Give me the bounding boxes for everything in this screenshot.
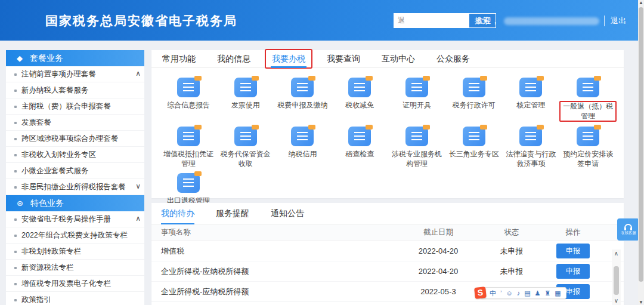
column-status: 状态	[483, 227, 540, 238]
tab-my-todo[interactable]: 我的待办	[161, 203, 194, 224]
scroll-up-icon[interactable]: ∧	[614, 249, 618, 258]
welcome-user-blurred	[504, 17, 599, 25]
todo-status: 未申报	[483, 266, 540, 277]
online-service-button[interactable]: 在线客服	[617, 218, 639, 241]
todo-status: 未申报	[483, 246, 540, 257]
skin-icon[interactable]: ♜	[544, 290, 550, 297]
todo-item-name: 企业所得税-应纳税所得额	[161, 286, 394, 297]
app-general-tax-refund[interactable]: 一般退（抵）税管理	[559, 73, 617, 122]
sidebar-item-cancellation-pre-matters[interactable]: 注销前置事项办理套餐	[6, 66, 144, 82]
app-tax-relief[interactable]: 税收减免	[331, 73, 388, 122]
keyboard-icon[interactable]: ▤	[524, 290, 530, 297]
browser-scrollbar[interactable]: ▲ ▼	[638, 0, 644, 305]
app-custody-funds-collection[interactable]: 税务代保管资金收取	[217, 122, 274, 168]
declare-button[interactable]: 申报	[556, 264, 590, 279]
column-action: 操作	[540, 227, 606, 238]
sidebar-section-package-business[interactable]: ◆ 套餐业务	[6, 50, 144, 66]
chinese-mode-icon[interactable]: 中	[490, 290, 496, 297]
app-assessment-management[interactable]: 核定管理	[503, 73, 560, 122]
scrollbar-thumb[interactable]	[639, 7, 643, 282]
app-audit-inspection[interactable]: 稽查检查	[331, 122, 388, 168]
scrollbar-down-icon[interactable]: ▼	[638, 300, 644, 305]
sidebar-item-new-resource-tax-law[interactable]: 新资源税法专栏	[6, 260, 144, 276]
punctuation-icon[interactable]: ’	[500, 290, 501, 297]
app-legal-recourse-remedy[interactable]: 法律追责与行政救济事项	[503, 122, 560, 168]
todo-tabs: 我的待办 服务提醒 通知公告	[151, 203, 624, 224]
sidebar-section-title: 套餐业务	[30, 53, 63, 64]
headset-icon	[624, 224, 632, 229]
tax-admin-license-icon	[463, 78, 485, 97]
annotation-red-box: 一般退（抵）税管理	[559, 101, 617, 122]
todo-scrollbar: ∧ ∨	[612, 249, 621, 305]
ime-toolbar[interactable]: S 中 ’ ☺ ♪ ▤ ♟ ♜ ▦	[481, 287, 566, 299]
todo-table-header: 事项名称 截止日期 状态 操作	[151, 224, 624, 241]
general-tax-refund-icon	[577, 78, 599, 97]
sidebar-section-special-business[interactable]: ⊛ 特色业务	[6, 195, 144, 211]
table-row: 增值税 2022-04-20 未申报 申报	[151, 241, 624, 261]
tab-public-services[interactable]: 公众服务	[435, 50, 471, 68]
main-function-card: 常用功能 我的信息 我要办税 我要查询 互动中心 公众服务 综合信息报告	[151, 50, 624, 198]
person-icon[interactable]: ♟	[535, 290, 541, 297]
mic-icon[interactable]: ♪	[517, 290, 521, 297]
sogou-logo-icon[interactable]: S	[474, 286, 487, 299]
sidebar-item-2022-tax-policy-column[interactable]: 2022年组合式税费支持政策专栏	[6, 227, 144, 244]
todo-deadline: 2022-04-20	[394, 247, 483, 255]
sidebar-scroll-up-icon[interactable]: ∧	[135, 215, 141, 222]
online-service-label: 在线客服	[621, 230, 636, 235]
tab-notice-announcement[interactable]: 通知公告	[271, 203, 304, 224]
scroll-down-icon[interactable]: ∨	[614, 297, 618, 305]
sidebar-item-vat-einvoice-column[interactable]: 增值税专用发票电子化专栏	[6, 276, 144, 292]
tab-interaction-center[interactable]: 互动中心	[380, 50, 416, 68]
sidebar-item-invoice-package[interactable]: 发票套餐	[6, 115, 144, 131]
invoice-use-icon	[234, 78, 257, 97]
sidebar-item-cross-region-tax-package[interactable]: 跨区域涉税事项综合办理套餐	[6, 131, 144, 147]
app-tax-credit[interactable]: 纳税信用	[274, 122, 332, 168]
app-certificate-issuance[interactable]: 证明开具	[388, 73, 445, 122]
header: 国家税务总局安徽省电子税务局 搜索 欢迎， 退出	[0, 0, 644, 41]
tax-agency-management-icon	[405, 127, 428, 146]
declare-button[interactable]: 申报	[556, 244, 590, 258]
app-advance-pricing[interactable]: 预约定价安排谈签申请	[559, 122, 617, 168]
tab-common-functions[interactable]: 常用功能	[161, 50, 197, 68]
tab-i-want-to-query[interactable]: 我要查询	[326, 50, 361, 68]
column-deadline: 截止日期	[394, 227, 483, 238]
todo-item-name: 企业所得税-应纳税所得额	[161, 266, 394, 277]
sidebar-item-nontax-revenue-zone[interactable]: 非税收入划转业务专区	[6, 147, 144, 163]
sidebar-scroll-up-icon[interactable]: ∧	[135, 70, 141, 77]
app-vat-deduction-voucher[interactable]: 增值税抵扣凭证管理	[160, 122, 217, 168]
sidebar: ◆ 套餐业务 ∧ ∨ 注销前置事项办理套餐 新办纳税人套餐服务 主附税（费）联合…	[6, 50, 144, 305]
sidebar-package-list: ∧ ∨ 注销前置事项办理套餐 新办纳税人套餐服务 主附税（费）联合申报套餐 发票…	[6, 66, 144, 195]
sidebar-item-nonresident-withholding-report[interactable]: 非居民扣缴企业所得税报告套餐	[6, 179, 144, 195]
scrollbar-thumb[interactable]	[614, 266, 619, 295]
sidebar-item-joint-declaration-package[interactable]: 主附税（费）联合申报套餐	[6, 98, 144, 115]
logout-link[interactable]: 退出	[604, 16, 626, 26]
sidebar-scroll-down-icon[interactable]: ∨	[135, 183, 141, 190]
app-invoice-use[interactable]: 发票使用	[217, 73, 274, 122]
custody-funds-collection-icon	[234, 127, 257, 146]
legal-recourse-remedy-icon	[519, 127, 542, 146]
search-input[interactable]	[394, 13, 469, 28]
package-business-icon: ◆	[17, 54, 23, 63]
tab-service-reminder[interactable]: 服务提醒	[216, 203, 249, 224]
tab-my-info[interactable]: 我的信息	[216, 50, 252, 68]
tab-i-want-to-do-tax[interactable]: 我要办税	[271, 50, 306, 68]
app-tax-admin-license[interactable]: 税务行政许可	[445, 73, 503, 122]
welcome-prefix: 欢迎，	[476, 16, 499, 26]
toolbox-icon[interactable]: ▦	[555, 290, 561, 297]
sidebar-item-operation-manual[interactable]: 安徽省电子税务局操作手册	[6, 211, 144, 227]
main-tabs: 常用功能 我的信息 我要办税 我要查询 互动中心 公众服务	[151, 50, 624, 68]
scrollbar-up-icon[interactable]: ▲	[638, 0, 644, 5]
column-item-name: 事项名称	[161, 227, 394, 238]
sidebar-item-new-taxpayer-package[interactable]: 新办纳税人套餐服务	[6, 82, 144, 98]
sidebar-special-list: ∧ 安徽省电子税务局操作手册 2022年组合式税费支持政策专栏 非税划转政策专栏…	[6, 211, 144, 305]
sidebar-item-small-enterprise-package[interactable]: 小微企业套餐式服务	[6, 163, 144, 179]
sidebar-item-nontax-transfer-policy[interactable]: 非税划转政策专栏	[6, 244, 144, 260]
app-tax-filing-payment[interactable]: 税费申报及缴纳	[274, 73, 332, 122]
emoji-icon[interactable]: ☺	[506, 290, 512, 297]
app-tax-agency-management[interactable]: 涉税专业服务机构管理	[388, 122, 445, 168]
app-yangtze-delta-zone[interactable]: 长三角业务专区	[445, 122, 503, 168]
sidebar-item-policy-guide[interactable]: 政策指引	[6, 292, 144, 305]
app-comprehensive-info-report[interactable]: 综合信息报告	[160, 73, 217, 122]
tax-credit-icon	[291, 127, 314, 146]
tax-relief-icon	[348, 78, 371, 97]
